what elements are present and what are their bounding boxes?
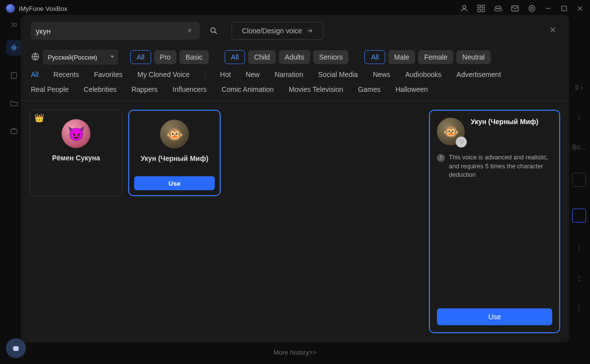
cat-advertisement[interactable]: Advertisement (456, 71, 501, 78)
cat-comic[interactable]: Comic Animation (222, 85, 274, 93)
svg-rect-2 (482, 5, 485, 7)
mail-icon[interactable] (510, 4, 519, 13)
apps-icon[interactable] (477, 4, 486, 13)
info-icon: ! (437, 154, 445, 162)
use-voice-button[interactable]: Use (134, 176, 215, 190)
svg-point-5 (497, 8, 498, 9)
cat-my-cloned[interactable]: My Cloned Voice (138, 71, 190, 78)
svg-point-16 (211, 28, 215, 32)
cat-recents[interactable]: Recents (54, 71, 79, 78)
arrow-right-icon (306, 27, 313, 34)
language-select[interactable]: Русский(Россия) (43, 50, 118, 65)
close-icon (548, 25, 557, 34)
clear-search-icon[interactable]: × (184, 26, 195, 35)
clone-design-button[interactable]: Clone/Design voice (232, 22, 324, 40)
premium-crown-icon: 👑 (34, 113, 44, 123)
tier-filter: All Pro Basic (130, 50, 209, 64)
tier-pro[interactable]: Pro (154, 50, 177, 64)
gender-neutral[interactable]: Neutral (456, 50, 491, 64)
cat-games[interactable]: Games (358, 85, 380, 93)
tier-basic[interactable]: Basic (179, 50, 208, 64)
cat-hot[interactable]: Hot (220, 71, 231, 78)
close-modal-button[interactable] (546, 23, 559, 39)
detail-voice-title: Укун (Черный Миф) (471, 118, 538, 126)
svg-rect-10 (562, 6, 566, 10)
age-child[interactable]: Child (248, 50, 276, 64)
age-seniors[interactable]: Seniors (313, 50, 348, 64)
detail-use-button[interactable]: Use (437, 308, 552, 325)
sidebar-item-4[interactable] (6, 123, 22, 139)
svg-rect-1 (478, 5, 480, 7)
gender-all[interactable]: All (364, 50, 385, 64)
svg-rect-3 (478, 9, 480, 12)
cat-celebrities[interactable]: Celebrities (84, 85, 116, 93)
voice-name: Укун (Черный Миф) (141, 154, 208, 162)
voice-card[interactable]: 🐵 Укун (Черный Миф) Use (128, 110, 221, 196)
svg-point-0 (463, 5, 466, 8)
voice-avatar: 🐵 (160, 120, 189, 148)
globe-icon (31, 52, 40, 63)
brand: iMyFone VoxBox (6, 4, 68, 13)
age-all[interactable]: All (225, 50, 246, 64)
cat-new[interactable]: New (246, 71, 259, 78)
titlebar: iMyFone VoxBox (0, 0, 590, 17)
discord-icon[interactable] (494, 4, 503, 13)
detail-note-text: This voice is advanced and realistic, an… (449, 153, 552, 180)
svg-rect-11 (11, 73, 17, 78)
svg-rect-12 (11, 129, 17, 134)
sidebar-item-2[interactable] (6, 68, 22, 83)
voice-results: 👑 😈 Рёмен Сукуна 🐵 Укун (Черный Миф) Use (30, 110, 420, 333)
voice-name: Рёмен Сукуна (52, 154, 100, 162)
cat-rappers[interactable]: Rappers (131, 85, 158, 93)
cat-all[interactable]: All (31, 71, 39, 78)
favorite-heart-button[interactable]: ♡ (456, 137, 467, 147)
search-button[interactable] (205, 22, 223, 40)
cat-narration[interactable]: Narration (274, 71, 303, 78)
voice-detail-panel: 🐵 ♡ Укун (Черный Миф) ! This voice is ad… (429, 110, 560, 333)
cat-audiobooks[interactable]: Audiobooks (405, 71, 441, 78)
svg-rect-4 (482, 9, 485, 12)
search-icon (209, 26, 218, 35)
age-adults[interactable]: Adults (279, 50, 310, 64)
settings-icon[interactable] (527, 4, 536, 13)
close-window-icon[interactable] (576, 4, 584, 12)
app-icon (6, 4, 15, 13)
voice-picker-modal: × Clone/Design voice Русский(Россия) All… (21, 15, 569, 342)
more-history-link[interactable]: More history>> (273, 349, 317, 356)
svg-point-6 (499, 8, 500, 9)
tier-all[interactable]: All (130, 50, 151, 64)
svg-point-8 (529, 5, 535, 11)
cat-halloween[interactable]: Halloween (395, 85, 427, 93)
user-icon[interactable] (460, 4, 469, 13)
cat-influencers[interactable]: Influencers (172, 85, 206, 93)
voice-avatar: 😈 (62, 119, 90, 148)
svg-point-9 (531, 7, 533, 10)
voice-card[interactable]: 👑 😈 Рёмен Сукуна (30, 110, 122, 196)
age-filter: All Child Adults Seniors (225, 50, 349, 64)
search-input[interactable] (36, 27, 184, 35)
gender-male[interactable]: Male (388, 50, 415, 64)
sidebar-item-3[interactable] (6, 95, 22, 111)
right-panel-peek: ti › ⋮ 6o... ⋮ ⋮ ⋮ (568, 79, 590, 313)
cat-news[interactable]: News (373, 71, 390, 78)
cat-real-people[interactable]: Real People (31, 85, 69, 93)
search-box: × (31, 22, 200, 40)
sidebar-tts[interactable] (6, 40, 22, 56)
gender-female[interactable]: Female (418, 50, 453, 64)
cat-favorites[interactable]: Favorites (94, 71, 123, 78)
minimize-icon[interactable] (544, 4, 552, 12)
app-title: iMyFone VoxBox (19, 5, 68, 12)
maximize-icon[interactable] (560, 4, 568, 12)
gender-filter: All Male Female Neutral (364, 50, 491, 64)
cat-social[interactable]: Social Media (318, 71, 358, 78)
cat-movies[interactable]: Movies Television (289, 85, 343, 93)
